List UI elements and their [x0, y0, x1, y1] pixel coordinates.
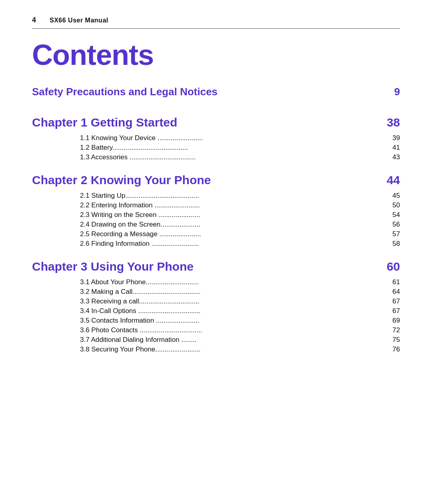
toc-entry-label: 3.3 Receiving a call....................…: [80, 297, 384, 305]
toc-entry: 3.3 Receiving a call....................…: [80, 297, 400, 305]
toc-entry-page: 75: [384, 336, 400, 344]
toc-entry: 3.2 Making a Call.......................…: [80, 288, 400, 296]
toc-entry: 2.2 Entering Information ...............…: [80, 201, 400, 209]
toc-entry: 1.2 Battery.............................…: [80, 144, 400, 152]
toc-entry-label: 3.4 In-Call Options ....................…: [80, 307, 384, 315]
toc-entry-label: 2.6 Finding Information ................…: [80, 240, 384, 248]
safety-title: Safety Precautions and Legal Notices: [32, 86, 218, 98]
toc-entry-page: 58: [384, 240, 400, 248]
chapter-3-title: Chapter 3 Using Your Phone: [32, 260, 194, 273]
toc-entry-page: 43: [384, 153, 400, 161]
toc-entry-page: 50: [384, 201, 400, 209]
chapter-2-entries: 2.1 Starting Up.........................…: [80, 192, 400, 248]
toc-entry-page: 67: [384, 307, 400, 315]
toc-entry-page: 54: [384, 211, 400, 219]
toc-entry-label: 3.8 Securing Your Phone.................…: [80, 345, 384, 353]
chapter-2-title: Chapter 2 Knowing Your Phone: [32, 173, 211, 187]
page-title: Contents: [32, 38, 400, 71]
toc-entry-label: 3.2 Making a Call.......................…: [80, 288, 384, 296]
toc-entry-label: 2.4 Drawing on the Screen...............…: [80, 221, 384, 229]
toc-entry-label: 1.2 Battery.............................…: [80, 144, 384, 152]
safety-page: 9: [376, 86, 400, 98]
chapter-section-2: Chapter 2 Knowing Your Phone442.1 Starti…: [32, 173, 400, 248]
toc-entry-page: 67: [384, 297, 400, 305]
toc-entry: 3.4 In-Call Options ....................…: [80, 307, 400, 315]
toc-entry: 3.7 Additional Dialing Information .....…: [80, 336, 400, 344]
page: 4 SX66 User Manual Contents Safety Preca…: [0, 0, 432, 504]
toc-entry-page: 69: [384, 317, 400, 325]
toc-entry: 1.3 Accessories ........................…: [80, 153, 400, 161]
chapter-3-entries: 3.1 About Your Phone....................…: [80, 278, 400, 353]
toc-entry-label: 3.1 About Your Phone....................…: [80, 278, 384, 286]
chapter-1-title: Chapter 1 Getting Started: [32, 116, 177, 129]
toc-entry-label: 2.3 Writing on the Screen ..............…: [80, 211, 384, 219]
chapter-1-page: 38: [376, 116, 400, 129]
chapter-3-page: 60: [376, 260, 400, 273]
chapter-3-header: Chapter 3 Using Your Phone60: [32, 260, 400, 273]
toc-entry: 3.8 Securing Your Phone.................…: [80, 345, 400, 353]
toc-entry-page: 76: [384, 345, 400, 353]
toc-entry-page: 57: [384, 230, 400, 238]
toc-entry: 3.1 About Your Phone....................…: [80, 278, 400, 286]
toc-entry: 2.1 Starting Up.........................…: [80, 192, 400, 200]
toc-entry-label: 1.1 Knowing Your Device ................…: [80, 134, 384, 142]
chapter-2-header: Chapter 2 Knowing Your Phone44: [32, 173, 400, 187]
chapter-1-entries: 1.1 Knowing Your Device ................…: [80, 134, 400, 161]
toc-entry-label: 2.5 Recording a Message ................…: [80, 230, 384, 238]
page-header: 4 SX66 User Manual: [32, 16, 400, 29]
header-manual-title: SX66 User Manual: [50, 17, 108, 24]
toc-entry-label: 3.7 Additional Dialing Information .....…: [80, 336, 384, 344]
toc-entry-page: 72: [384, 326, 400, 334]
toc-entry: 3.6 Photo Contacts .....................…: [80, 326, 400, 334]
toc-entry-page: 61: [384, 278, 400, 286]
toc-entry-page: 39: [384, 134, 400, 142]
toc-entry: 2.3 Writing on the Screen ..............…: [80, 211, 400, 219]
header-page-number: 4: [32, 16, 40, 24]
toc-entry-label: 2.2 Entering Information ...............…: [80, 201, 384, 209]
chapters-container: Chapter 1 Getting Started381.1 Knowing Y…: [32, 116, 400, 353]
toc-entry-label: 1.3 Accessories ........................…: [80, 153, 384, 161]
toc-entry: 2.6 Finding Information ................…: [80, 240, 400, 248]
toc-entry-page: 64: [384, 288, 400, 296]
chapter-1-header: Chapter 1 Getting Started38: [32, 116, 400, 129]
toc-entry: 2.4 Drawing on the Screen...............…: [80, 221, 400, 229]
toc-entry-page: 56: [384, 221, 400, 229]
toc-entry-label: 3.5 Contacts Information ...............…: [80, 317, 384, 325]
chapter-section-3: Chapter 3 Using Your Phone603.1 About Yo…: [32, 260, 400, 353]
toc-entry-page: 41: [384, 144, 400, 152]
toc-entry-label: 3.6 Photo Contacts .....................…: [80, 326, 384, 334]
toc-entry: 2.5 Recording a Message ................…: [80, 230, 400, 238]
toc-entry: 1.1 Knowing Your Device ................…: [80, 134, 400, 142]
chapter-2-page: 44: [376, 173, 400, 187]
toc-entry-page: 45: [384, 192, 400, 200]
safety-section: Safety Precautions and Legal Notices 9: [32, 86, 400, 98]
chapter-section-1: Chapter 1 Getting Started381.1 Knowing Y…: [32, 116, 400, 161]
toc-entry: 3.5 Contacts Information ...............…: [80, 317, 400, 325]
toc-entry-label: 2.1 Starting Up.........................…: [80, 192, 384, 200]
